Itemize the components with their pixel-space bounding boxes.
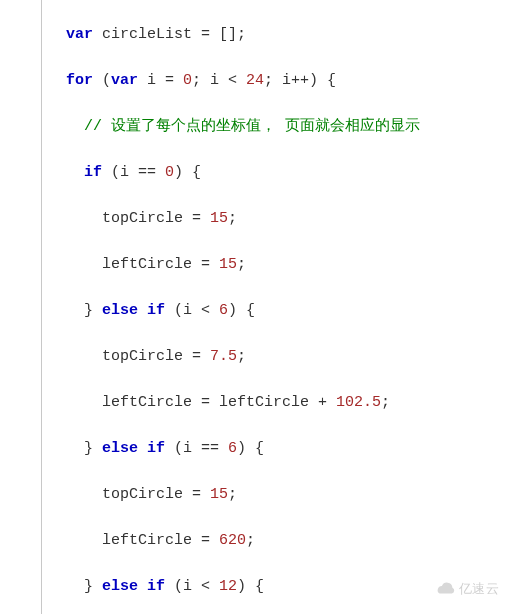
code-text: (i == bbox=[102, 164, 165, 181]
number: 0 bbox=[165, 164, 174, 181]
number: 6 bbox=[219, 302, 228, 319]
code-text: (i < bbox=[165, 302, 219, 319]
code-line: if (i == 0) { bbox=[66, 161, 513, 184]
code-text: (i < bbox=[165, 578, 219, 595]
code-text: (i == bbox=[165, 440, 228, 457]
number: 24 bbox=[246, 72, 264, 89]
number: 0 bbox=[183, 72, 192, 89]
code-text: topCircle = bbox=[102, 486, 210, 503]
code-block: var circleList = []; for (var i = 0; i <… bbox=[42, 0, 513, 614]
code-line: var circleList = []; bbox=[66, 23, 513, 46]
code-text: ) { bbox=[237, 578, 264, 595]
keyword: else if bbox=[102, 440, 165, 457]
code-line: } else if (i == 6) { bbox=[66, 437, 513, 460]
code-line: for (var i = 0; i < 24; i++) { bbox=[66, 69, 513, 92]
number: 15 bbox=[210, 486, 228, 503]
number: 7.5 bbox=[210, 348, 237, 365]
line-gutter bbox=[0, 0, 42, 614]
code-text: } bbox=[84, 440, 102, 457]
code-text: ; bbox=[237, 348, 246, 365]
comment-line: // 设置了每个点的坐标值， 页面就会相应的显示 bbox=[66, 115, 513, 138]
number: 12 bbox=[219, 578, 237, 595]
keyword: else if bbox=[102, 578, 165, 595]
code-line: leftCircle = leftCircle + 102.5; bbox=[66, 391, 513, 414]
code-text: ; bbox=[246, 532, 255, 549]
keyword: for bbox=[66, 72, 93, 89]
code-text: ; i++) { bbox=[264, 72, 336, 89]
code-line: leftCircle = 15; bbox=[66, 253, 513, 276]
code-text: } bbox=[84, 302, 102, 319]
code-text: ; bbox=[237, 256, 246, 273]
code-text: topCircle = bbox=[102, 210, 210, 227]
keyword: var bbox=[66, 26, 93, 43]
code-line: topCircle = 15; bbox=[66, 483, 513, 506]
code-line: leftCircle = 620; bbox=[66, 529, 513, 552]
number: 102.5 bbox=[336, 394, 381, 411]
cloud-icon bbox=[435, 580, 457, 598]
code-text: ; bbox=[381, 394, 390, 411]
code-text: i = bbox=[138, 72, 183, 89]
code-text: ) { bbox=[228, 302, 255, 319]
code-text: ; bbox=[228, 210, 237, 227]
code-text: ; i < bbox=[192, 72, 246, 89]
keyword: if bbox=[84, 164, 102, 181]
code-text: leftCircle = leftCircle + bbox=[102, 394, 336, 411]
code-text: leftCircle = bbox=[102, 256, 219, 273]
code-text: } bbox=[84, 578, 102, 595]
number: 15 bbox=[210, 210, 228, 227]
code-line: topCircle = 7.5; bbox=[66, 345, 513, 368]
code-text: topCircle = bbox=[102, 348, 210, 365]
number: 6 bbox=[228, 440, 237, 457]
watermark: 亿速云 bbox=[435, 577, 500, 600]
code-line: topCircle = 15; bbox=[66, 207, 513, 230]
number: 15 bbox=[219, 256, 237, 273]
code-line: } else if (i < 6) { bbox=[66, 299, 513, 322]
code-text: ) { bbox=[237, 440, 264, 457]
number: 620 bbox=[219, 532, 246, 549]
code-text: leftCircle = bbox=[102, 532, 219, 549]
code-text: ) { bbox=[174, 164, 201, 181]
keyword: var bbox=[111, 72, 138, 89]
keyword: else if bbox=[102, 302, 165, 319]
code-text: ; bbox=[228, 486, 237, 503]
watermark-text: 亿速云 bbox=[459, 577, 500, 600]
code-container: var circleList = []; for (var i = 0; i <… bbox=[0, 0, 513, 614]
